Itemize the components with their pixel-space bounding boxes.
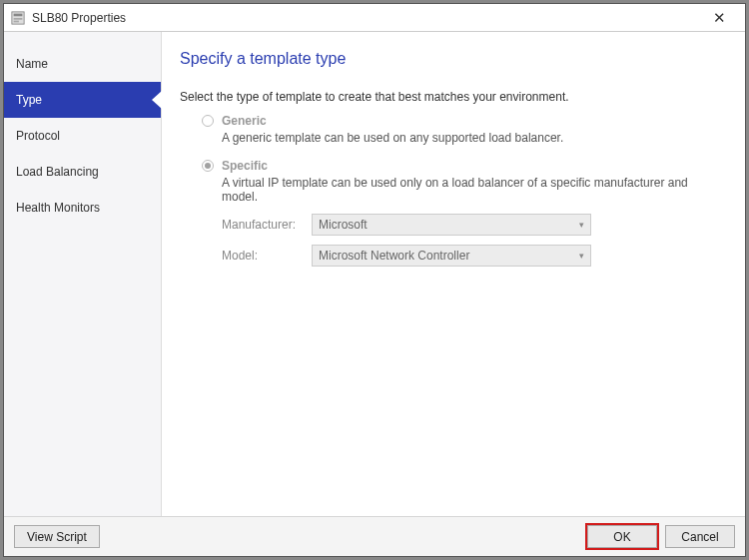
sidebar-item-label: Protocol: [16, 129, 60, 143]
option-generic-desc: A generic template can be used on any su…: [222, 131, 725, 145]
chevron-down-icon: ▾: [579, 251, 584, 261]
cancel-button[interactable]: Cancel: [665, 525, 735, 548]
option-generic: Generic A generic template can be used o…: [202, 114, 725, 145]
lead-text: Select the type of template to create th…: [180, 90, 725, 104]
radio-specific[interactable]: [202, 160, 214, 172]
body: Name Type Protocol Load Balancing Health…: [4, 32, 745, 516]
window-title: SLB80 Properties: [32, 11, 699, 25]
titlebar: SLB80 Properties ✕: [4, 4, 745, 32]
option-specific: Specific A virtual IP template can be us…: [202, 159, 725, 267]
sidebar-item-label: Name: [16, 57, 48, 71]
model-label: Model:: [222, 249, 312, 263]
chevron-down-icon: ▾: [579, 220, 584, 230]
sidebar-item-health-monitors[interactable]: Health Monitors: [4, 190, 161, 226]
model-value: Microsoft Network Controller: [319, 249, 579, 263]
radio-generic[interactable]: [202, 115, 214, 127]
sidebar-item-load-balancing[interactable]: Load Balancing: [4, 154, 161, 190]
manufacturer-label: Manufacturer:: [222, 218, 312, 232]
model-select[interactable]: Microsoft Network Controller ▾: [312, 245, 591, 267]
view-script-button[interactable]: View Script: [14, 525, 100, 548]
sidebar-item-type[interactable]: Type: [4, 82, 161, 118]
sidebar-item-name[interactable]: Name: [4, 46, 161, 82]
template-type-group: Generic A generic template can be used o…: [180, 114, 725, 267]
manufacturer-value: Microsoft: [319, 218, 579, 232]
sidebar: Name Type Protocol Load Balancing Health…: [4, 32, 162, 516]
svg-rect-3: [14, 20, 19, 22]
content: Specify a template type Select the type …: [162, 32, 745, 516]
manufacturer-select[interactable]: Microsoft ▾: [312, 214, 591, 236]
window: SLB80 Properties ✕ Name Type Protocol Lo…: [3, 3, 746, 557]
svg-rect-1: [14, 13, 23, 16]
close-icon[interactable]: ✕: [699, 5, 739, 31]
footer: View Script OK Cancel: [4, 516, 745, 556]
option-generic-label: Generic: [222, 114, 267, 128]
sidebar-item-label: Health Monitors: [16, 201, 100, 215]
sidebar-item-protocol[interactable]: Protocol: [4, 118, 161, 154]
option-specific-desc: A virtual IP template can be used only o…: [222, 176, 725, 204]
option-specific-label: Specific: [222, 159, 268, 173]
ok-button[interactable]: OK: [587, 525, 657, 548]
sidebar-item-label: Type: [16, 93, 42, 107]
sidebar-item-label: Load Balancing: [16, 165, 99, 179]
page-title: Specify a template type: [180, 50, 725, 68]
field-model: Model: Microsoft Network Controller ▾: [222, 245, 725, 267]
svg-rect-2: [14, 18, 23, 20]
field-manufacturer: Manufacturer: Microsoft ▾: [222, 214, 725, 236]
app-icon: [10, 10, 26, 26]
